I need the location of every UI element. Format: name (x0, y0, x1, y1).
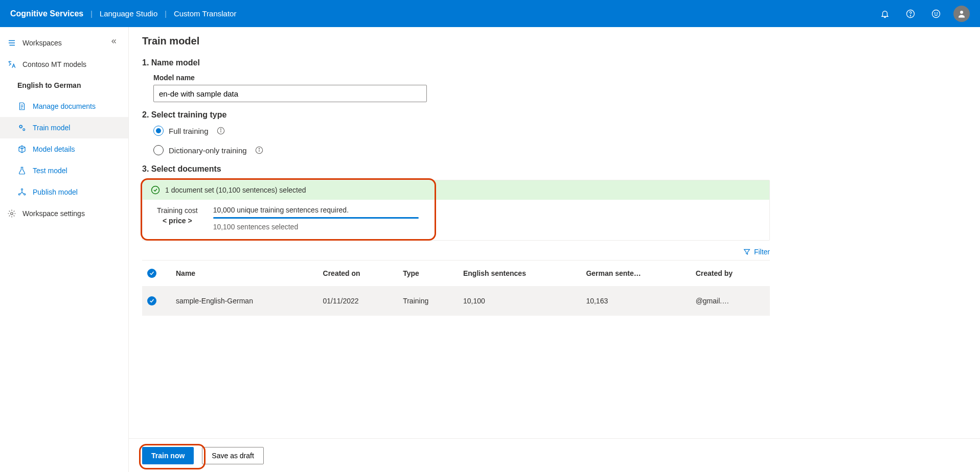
filter-button[interactable]: Filter (743, 248, 770, 256)
col-created-by[interactable]: Created by (691, 261, 770, 287)
model-name-input[interactable] (153, 85, 427, 102)
radio-full-training-label: Full training (169, 127, 209, 135)
sidebar-item-train-model[interactable]: Train model (0, 117, 128, 138)
col-german-sentences[interactable]: German sente… (581, 261, 690, 287)
sidebar-item-publish-model[interactable]: Publish model (0, 181, 128, 203)
breadcrumb-root[interactable]: Cognitive Services (10, 9, 83, 18)
radio-full-training[interactable] (153, 126, 164, 136)
training-cost-line2: < price > (157, 216, 198, 226)
col-type[interactable]: Type (398, 261, 458, 287)
avatar (953, 6, 970, 22)
svg-point-3 (935, 12, 935, 13)
breadcrumb: Cognitive Services | Language Studio | C… (10, 9, 236, 18)
feedback-button[interactable] (928, 6, 944, 22)
sidebar-item-label: Contoso MT models (22, 60, 86, 68)
sidebar-item-label: Test model (33, 167, 67, 175)
cell-english-sentences: 10,100 (458, 286, 581, 316)
info-icon[interactable] (217, 127, 225, 135)
bell-icon (880, 9, 890, 18)
save-as-draft-button[interactable]: Save as draft (202, 447, 264, 464)
check-icon (149, 298, 155, 304)
list-icon (7, 38, 16, 48)
page-title: Train model (142, 35, 770, 47)
progress-selected-text: 10,100 sentences selected (213, 223, 419, 231)
breadcrumb-language-studio[interactable]: Language Studio (100, 9, 157, 18)
progress-block: 10,000 unique training sentences require… (213, 206, 419, 231)
account-button[interactable] (953, 6, 970, 22)
header-actions (877, 6, 970, 22)
train-now-button[interactable]: Train now (142, 447, 194, 464)
section-training-type: 2. Select training type (142, 110, 770, 120)
notifications-button[interactable] (877, 6, 893, 22)
document-icon (17, 102, 27, 111)
radio-full-training-row[interactable]: Full training (153, 126, 770, 136)
breadcrumb-sep: | (165, 10, 167, 18)
sidebar-item-label: Workspaces (22, 39, 62, 47)
app-body: Workspaces Contoso MT models English to … (0, 27, 980, 472)
gears-icon (17, 123, 27, 132)
main-scroll[interactable]: Train model 1. Name model Model name 2. … (129, 27, 980, 472)
svg-point-20 (220, 129, 221, 129)
table-header-row: Name Created on Type English sentences G… (142, 261, 770, 287)
sidebar-item-manage-documents[interactable]: Manage documents (0, 96, 128, 117)
breadcrumb-sep: | (90, 10, 93, 18)
section-select-documents: 3. Select documents (142, 164, 770, 174)
person-icon (957, 9, 966, 18)
col-english-sentences[interactable]: English sentences (458, 261, 581, 287)
svg-point-12 (20, 126, 22, 128)
progress-bar (213, 217, 419, 219)
chevron-double-left-icon (110, 38, 118, 45)
svg-point-1 (910, 15, 910, 16)
breadcrumb-custom-translator[interactable]: Custom Translator (174, 9, 237, 18)
help-button[interactable] (902, 6, 919, 22)
progress-required-text: 10,000 unique training sentences require… (213, 206, 419, 214)
radio-dictionary-training-label: Dictionary-only training (169, 146, 247, 155)
svg-point-2 (932, 10, 940, 17)
check-icon (149, 270, 155, 276)
select-all-checkbox[interactable] (147, 269, 156, 278)
translate-icon (7, 60, 16, 69)
filter-icon (743, 248, 751, 256)
sidebar-item-test-model[interactable]: Test model (0, 160, 128, 181)
svg-point-17 (11, 213, 13, 215)
sidebar-workspace-contoso[interactable]: Contoso MT models (0, 54, 128, 75)
row-checkbox[interactable] (147, 296, 156, 305)
sidebar-item-label: Manage documents (33, 102, 96, 110)
sidebar-item-model-details[interactable]: Model details (0, 138, 128, 160)
col-created-on[interactable]: Created on (318, 261, 398, 287)
network-icon (17, 187, 27, 197)
selection-body: Training cost < price > 10,000 unique tr… (143, 200, 769, 240)
sidebar-workspace-settings[interactable]: Workspace settings (0, 203, 128, 224)
sidebar-item-label: Train model (33, 124, 70, 132)
filter-label: Filter (754, 248, 770, 256)
filter-row: Filter (142, 248, 770, 256)
sidebar-project-english-german[interactable]: English to German (0, 75, 128, 96)
selection-summary-bar: 1 document set (10,100 sentences) select… (143, 180, 769, 200)
svg-point-4 (937, 12, 938, 13)
cell-created-by: @gmail.… (691, 286, 770, 316)
train-now-wrap: Train now (142, 447, 194, 464)
smile-icon (931, 9, 941, 18)
cell-name: sample-English-German (171, 286, 318, 316)
info-icon[interactable] (255, 146, 263, 154)
cell-type: Training (398, 286, 458, 316)
col-name[interactable]: Name (171, 261, 318, 287)
cube-icon (17, 145, 27, 154)
svg-point-24 (152, 186, 159, 194)
svg-point-23 (259, 148, 259, 149)
collapse-sidebar-button[interactable] (108, 35, 120, 48)
sidebar-item-label: Publish model (33, 188, 78, 196)
svg-point-5 (960, 11, 963, 14)
training-cost-line1: Training cost (157, 206, 198, 216)
model-name-label: Model name (153, 74, 770, 82)
training-cost-label: Training cost < price > (157, 206, 198, 226)
check-circle-icon (151, 185, 160, 195)
sidebar-item-label: Model details (33, 145, 75, 153)
radio-dictionary-training[interactable] (153, 145, 164, 155)
svg-point-14 (21, 188, 23, 190)
sidebar-item-label: English to German (17, 81, 81, 89)
flask-icon (17, 166, 27, 175)
radio-dictionary-training-row[interactable]: Dictionary-only training (153, 145, 770, 155)
table-row[interactable]: sample-English-German 01/11/2022 Trainin… (142, 286, 770, 316)
cell-created-on: 01/11/2022 (318, 286, 398, 316)
